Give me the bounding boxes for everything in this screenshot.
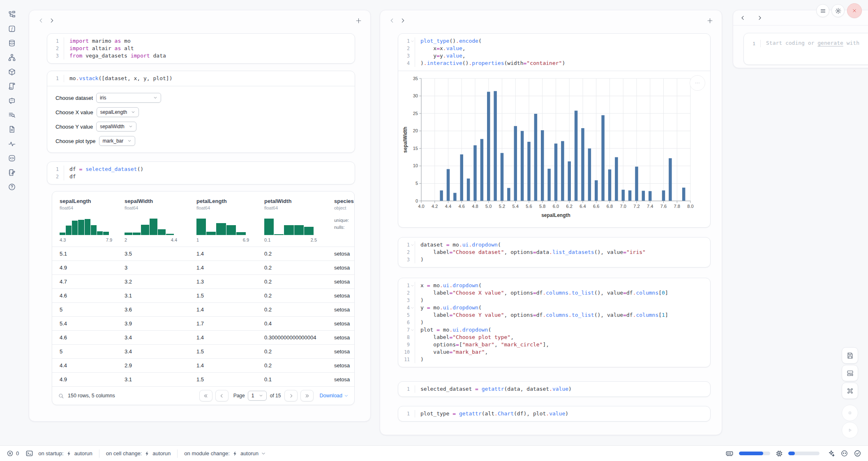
cell-df[interactable]: 1df = selected_dataset()2df bbox=[47, 161, 355, 184]
table-row[interactable]: 4.93.11.50.1setosa bbox=[52, 372, 354, 386]
code-line[interactable]: 2 label="Choose X value", options=df.col… bbox=[398, 289, 710, 297]
close-button[interactable] bbox=[847, 3, 862, 18]
next-page-button[interactable] bbox=[284, 390, 298, 401]
cell-plot[interactable]: 1plot_type().encode(2 x=x.value,3 y=y.va… bbox=[398, 33, 711, 228]
table-row[interactable]: 5.43.91.70.4setosa bbox=[52, 316, 354, 330]
code-line[interactable]: 1plot_type = getattr(alt.Chart(df), plot… bbox=[398, 410, 710, 417]
svg-text:6.2: 6.2 bbox=[566, 204, 573, 209]
autorun-toggle-0[interactable]: on startup:autorun bbox=[38, 450, 92, 456]
code-line[interactable]: 1df = selected_dataset() bbox=[47, 166, 355, 173]
menu-button[interactable] bbox=[816, 4, 829, 17]
code-line[interactable]: 2import altair as alt bbox=[47, 45, 355, 52]
code-text: y=y.value, bbox=[415, 52, 466, 60]
code-line[interactable]: 1dataset = mo.ui.dropdown( bbox=[398, 241, 710, 249]
error-indicator[interactable]: 0 bbox=[7, 450, 19, 457]
code-line[interactable]: 11) bbox=[398, 356, 710, 363]
cell-plot-type[interactable]: 1plot_type = getattr(alt.Chart(df), plot… bbox=[398, 406, 711, 422]
code-line[interactable]: 1selected_dataset = getattr(data, datase… bbox=[398, 385, 710, 393]
autorun-toggle-1[interactable]: on cell change:autorun bbox=[106, 450, 171, 456]
table-row[interactable]: 53.61.40.2setosa bbox=[52, 302, 354, 316]
line-gutter: 1 bbox=[47, 37, 64, 45]
connection-status-icon[interactable] bbox=[854, 449, 861, 457]
layout-button[interactable] bbox=[842, 365, 858, 381]
editor-placeholder[interactable]: Start coding or generate with bbox=[761, 40, 859, 46]
table-row[interactable]: 5.13.51.40.2setosa bbox=[52, 247, 354, 260]
code-line[interactable]: 2 label="Choose dataset", options=data.l… bbox=[398, 249, 710, 256]
chart-actions-button[interactable] bbox=[690, 75, 705, 91]
tracer-icon[interactable] bbox=[8, 111, 16, 119]
code-line[interactable]: 7plot = mo.ui.dropdown( bbox=[398, 326, 710, 334]
first-page-button[interactable] bbox=[199, 390, 212, 401]
code-line[interactable]: 2df bbox=[47, 173, 355, 180]
search-icon[interactable] bbox=[58, 393, 64, 399]
code-line[interactable]: 4).interactive().properties(width="conta… bbox=[398, 60, 710, 67]
logs-icon[interactable] bbox=[8, 82, 16, 90]
function-icon[interactable]: f bbox=[8, 25, 16, 33]
scratchpad-icon[interactable] bbox=[8, 168, 16, 177]
table-row[interactable]: 4.931.40.2setosa bbox=[52, 260, 354, 274]
documentation-icon[interactable] bbox=[8, 125, 16, 134]
code-line[interactable]: 3) bbox=[398, 256, 710, 263]
settings-button[interactable] bbox=[831, 4, 845, 17]
generate-link[interactable]: generate bbox=[817, 40, 843, 46]
nav-forward-icon[interactable] bbox=[397, 15, 408, 26]
code-line[interactable]: 1x = mo.ui.dropdown( bbox=[398, 282, 710, 289]
code-line[interactable]: 3) bbox=[398, 297, 710, 304]
code-line[interactable]: 8 label="Choose plot type", bbox=[398, 334, 710, 341]
code-line[interactable]: 9 options=["mark_bar", "mark_circle"], bbox=[398, 341, 710, 348]
dataset-select[interactable]: iris bbox=[96, 93, 161, 103]
table-row[interactable]: 53.41.50.2setosa bbox=[52, 344, 354, 358]
code-line[interactable]: 2 x=x.value, bbox=[398, 45, 710, 52]
file-tree-icon[interactable] bbox=[8, 10, 16, 18]
nav-back-icon[interactable] bbox=[36, 15, 46, 26]
package-icon[interactable] bbox=[8, 68, 16, 76]
altair-chart[interactable]: 4.04.24.44.64.85.05.25.45.65.86.06.26.46… bbox=[402, 75, 708, 221]
profiler-icon[interactable] bbox=[8, 140, 16, 148]
last-page-button[interactable] bbox=[300, 390, 314, 401]
code-line[interactable]: 1import marimo as mo bbox=[47, 37, 355, 45]
stop-button[interactable] bbox=[842, 405, 858, 421]
command-palette-button[interactable] bbox=[842, 383, 858, 399]
plot-type-select[interactable]: mark_bar bbox=[99, 136, 136, 146]
help-icon[interactable] bbox=[8, 183, 16, 191]
page-select[interactable]: 1 bbox=[248, 391, 267, 401]
dependency-graph-icon[interactable] bbox=[8, 53, 16, 62]
cell-xy-plot-dropdowns[interactable]: 1x = mo.ui.dropdown(2 label="Choose X va… bbox=[398, 278, 711, 367]
scratchpad-cell[interactable]: 1 Start coding or generate with bbox=[743, 33, 868, 65]
code-line[interactable]: 5 label="Choose Y value", options=df.col… bbox=[398, 311, 710, 319]
cell-vstack[interactable]: 1mo.vstack([dataset, x, y, plot]) Choose… bbox=[47, 71, 355, 153]
ai-chat-icon[interactable] bbox=[8, 97, 16, 105]
ai-sparkles-icon[interactable] bbox=[827, 449, 835, 457]
x-value-select[interactable]: sepalLength bbox=[97, 107, 139, 117]
code-line[interactable]: 1mo.vstack([dataset, x, y, plot]) bbox=[47, 75, 355, 82]
code-line[interactable]: 3 y=y.value, bbox=[398, 52, 710, 60]
terminal-icon[interactable] bbox=[25, 449, 33, 457]
y-value-select[interactable]: sepalWidth bbox=[96, 122, 136, 131]
code-line[interactable]: 1plot_type().encode( bbox=[398, 37, 710, 45]
code-line[interactable]: 10 value="mark_bar", bbox=[398, 348, 710, 356]
copilot-icon[interactable] bbox=[840, 449, 848, 457]
code-line[interactable]: 6) bbox=[398, 319, 710, 326]
nav-forward-icon[interactable] bbox=[46, 15, 57, 26]
nav-forward-icon[interactable] bbox=[757, 15, 763, 21]
download-button[interactable]: Download bbox=[319, 393, 349, 399]
prev-page-button[interactable] bbox=[215, 390, 229, 401]
snippets-icon[interactable] bbox=[8, 154, 16, 162]
database-icon[interactable] bbox=[8, 39, 16, 47]
save-button[interactable] bbox=[842, 347, 858, 364]
table-row[interactable]: 4.42.91.40.2setosa bbox=[52, 358, 354, 372]
nav-back-icon[interactable] bbox=[740, 15, 746, 21]
code-line[interactable]: 3from vega_datasets import data bbox=[47, 52, 355, 60]
code-line[interactable]: 4y = mo.ui.dropdown( bbox=[398, 304, 710, 311]
add-cell-button[interactable] bbox=[353, 15, 364, 26]
table-row[interactable]: 4.73.21.30.2setosa bbox=[52, 274, 354, 288]
add-cell-button[interactable] bbox=[704, 15, 715, 26]
table-row[interactable]: 4.63.11.50.2setosa bbox=[52, 288, 354, 302]
cell-dataset-dropdown[interactable]: 1dataset = mo.ui.dropdown(2 label="Choos… bbox=[398, 237, 711, 267]
autorun-toggle-2[interactable]: on module change:autorun bbox=[184, 450, 266, 456]
nav-back-icon[interactable] bbox=[387, 15, 397, 26]
table-row[interactable]: 4.63.41.40.3000000000000004setosa bbox=[52, 330, 354, 344]
cell-imports[interactable]: 1import marimo as mo2import altair as al… bbox=[47, 33, 355, 64]
cell-selected-dataset[interactable]: 1selected_dataset = getattr(data, datase… bbox=[398, 381, 711, 397]
run-button[interactable] bbox=[842, 422, 858, 438]
